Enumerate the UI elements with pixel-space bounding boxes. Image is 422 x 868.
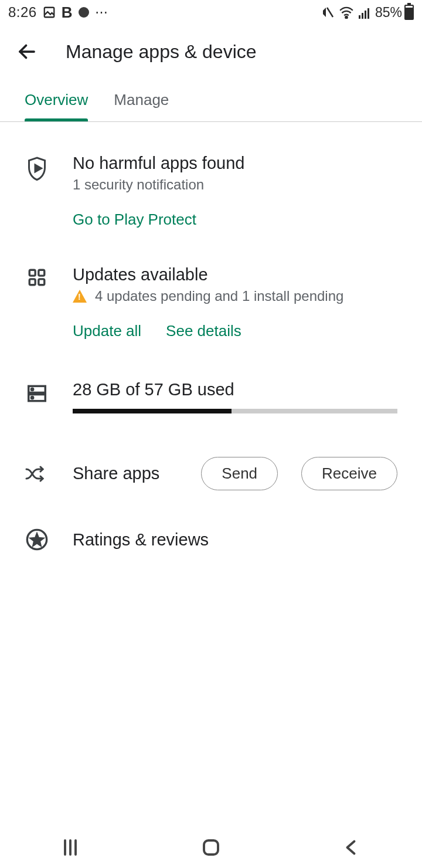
system-nav-bar [0, 827, 422, 868]
svg-rect-4 [362, 13, 363, 19]
app-bar: Manage apps & device [0, 25, 422, 79]
receive-button[interactable]: Receive [301, 457, 397, 490]
shield-play-icon [26, 156, 48, 181]
tab-manage[interactable]: Manage [114, 79, 169, 121]
updates-title: Updates available [73, 265, 397, 284]
status-bar: 8:26 B ⋯ 85% [0, 0, 422, 25]
svg-rect-11 [29, 279, 35, 285]
status-time: 8:26 [8, 4, 37, 21]
battery-icon [404, 5, 414, 20]
svg-rect-5 [365, 11, 366, 19]
svg-rect-12 [39, 279, 45, 285]
page-title: Manage apps & device [66, 41, 257, 63]
wifi-icon [339, 6, 354, 19]
updates-subtitle: 4 updates pending and 1 install pending [95, 288, 343, 304]
svg-marker-18 [31, 534, 43, 545]
svg-rect-9 [29, 270, 35, 276]
svg-point-2 [345, 16, 347, 18]
tabs: Overview Manage [0, 79, 422, 122]
section-play-protect[interactable]: No harmful apps found 1 security notific… [0, 145, 422, 245]
svg-rect-10 [39, 270, 45, 276]
vibrate-mute-icon [321, 5, 335, 19]
apps-grid-icon [27, 267, 47, 287]
nav-recents-icon[interactable] [60, 837, 81, 858]
storage-progress [73, 409, 397, 413]
nav-home-icon[interactable] [200, 837, 222, 858]
battery-percent: 85% [375, 5, 402, 21]
section-storage[interactable]: 28 GB of 57 GB used [0, 357, 422, 430]
storage-progress-fill [73, 409, 232, 413]
svg-rect-3 [359, 15, 360, 19]
content: No harmful apps found 1 security notific… [0, 122, 422, 570]
star-circle-icon [25, 528, 49, 551]
svg-rect-6 [367, 8, 369, 19]
storage-icon [26, 382, 48, 405]
section-ratings-reviews[interactable]: Ratings & reviews [0, 509, 422, 570]
share-apps-label: Share apps [73, 464, 178, 483]
back-arrow-icon[interactable] [16, 41, 38, 62]
svg-line-1 [327, 8, 333, 17]
send-button[interactable]: Send [201, 457, 278, 490]
app-dot-icon [79, 7, 89, 18]
svg-point-15 [32, 388, 33, 390]
nav-back-icon[interactable] [341, 837, 362, 858]
see-details-link[interactable]: See details [166, 322, 241, 340]
play-protect-link[interactable]: Go to Play Protect [73, 211, 196, 229]
svg-marker-8 [35, 165, 42, 172]
section-updates[interactable]: Updates available 4 updates pending and … [0, 245, 422, 357]
more-horizontal-icon: ⋯ [95, 5, 108, 20]
warning-icon [73, 290, 87, 303]
svg-rect-0 [44, 8, 54, 18]
share-crossover-icon [25, 466, 49, 482]
ratings-reviews-label: Ratings & reviews [73, 530, 209, 550]
protect-subtitle: 1 security notification [73, 177, 397, 193]
tab-overview[interactable]: Overview [25, 79, 88, 121]
svg-point-16 [32, 397, 33, 399]
signal-icon [358, 6, 372, 19]
svg-rect-22 [204, 840, 218, 855]
protect-title: No harmful apps found [73, 154, 397, 173]
update-all-link[interactable]: Update all [73, 322, 141, 340]
storage-label: 28 GB of 57 GB used [73, 380, 397, 399]
section-share-apps: Share apps Send Receive [0, 430, 422, 509]
bold-b-icon: B [62, 4, 73, 22]
image-icon [43, 6, 56, 19]
